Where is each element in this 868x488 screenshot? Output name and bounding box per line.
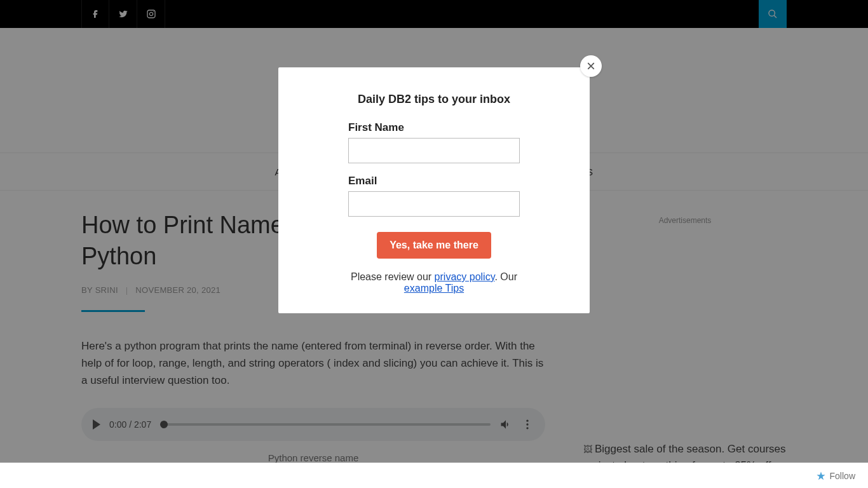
- footer-prefix: Please review our: [351, 271, 435, 282]
- footer-middle: . Our: [494, 271, 517, 282]
- modal-title: Daily DB2 tips to your inbox: [348, 93, 520, 106]
- follow-button[interactable]: Follow: [816, 471, 855, 481]
- example-link[interactable]: example Tips: [404, 283, 464, 294]
- first-name-label: First Name: [348, 121, 520, 134]
- signup-modal: × Daily DB2 tips to your inbox First Nam…: [278, 67, 590, 313]
- privacy-link[interactable]: privacy policy: [435, 271, 495, 282]
- modal-footer-text: Please review our privacy policy. Our ex…: [348, 271, 520, 294]
- email-input[interactable]: [348, 191, 520, 217]
- email-label: Email: [348, 175, 520, 187]
- follow-label: Follow: [830, 471, 855, 481]
- footer-bar: Follow: [0, 463, 868, 488]
- follow-icon: [816, 471, 826, 481]
- submit-button[interactable]: Yes, take me there: [377, 232, 491, 259]
- first-name-input[interactable]: [348, 138, 520, 163]
- close-icon: ×: [587, 57, 595, 75]
- close-button[interactable]: ×: [580, 55, 602, 77]
